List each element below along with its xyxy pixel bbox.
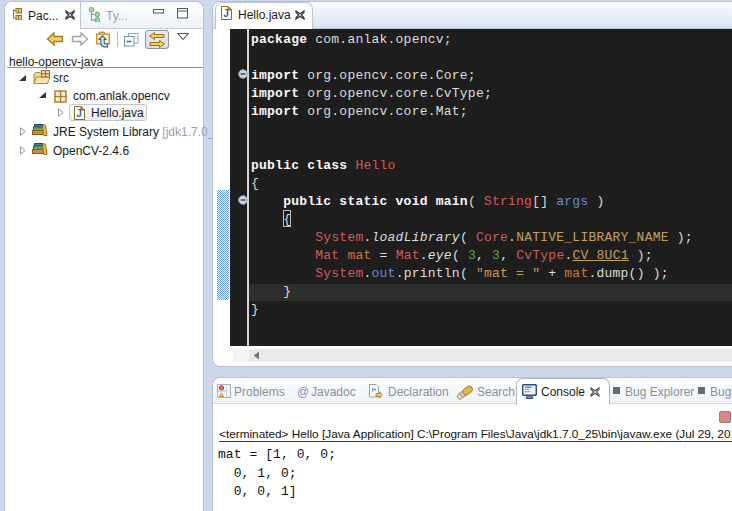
svg-text:J: J <box>223 8 229 19</box>
svg-text:J: J <box>76 108 82 119</box>
